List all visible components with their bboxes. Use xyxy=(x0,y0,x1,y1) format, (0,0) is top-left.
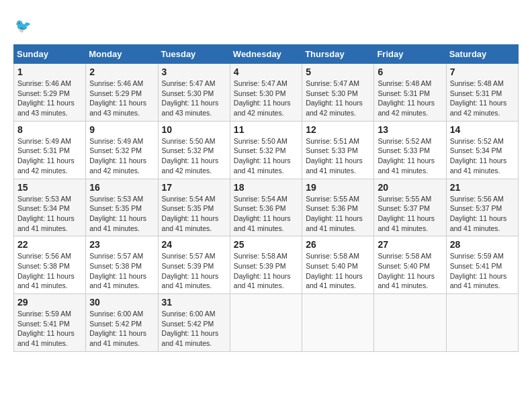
weekday-header-cell: Thursday xyxy=(302,45,374,64)
logo-icon: 🐦 xyxy=(13,13,38,38)
calendar-day-cell: 25 Sunrise: 5:58 AM Sunset: 5:39 PM Dayl… xyxy=(230,236,302,294)
calendar-table: SundayMondayTuesdayWednesdayThursdayFrid… xyxy=(13,44,519,352)
calendar-day-cell xyxy=(302,294,374,352)
day-info: Sunrise: 6:00 AM Sunset: 5:42 PM Dayligh… xyxy=(162,309,226,349)
day-info: Sunrise: 5:53 AM Sunset: 5:34 PM Dayligh… xyxy=(17,194,82,234)
day-number: 12 xyxy=(306,124,370,135)
page-header: 🐦 xyxy=(13,13,519,38)
weekday-header-cell: Tuesday xyxy=(158,45,230,64)
day-number: 3 xyxy=(162,66,226,77)
calendar-day-cell: 28 Sunrise: 5:59 AM Sunset: 5:41 PM Dayl… xyxy=(446,236,518,294)
day-number: 9 xyxy=(89,124,154,135)
calendar-week-row: 1 Sunrise: 5:46 AM Sunset: 5:29 PM Dayli… xyxy=(14,64,519,122)
weekday-header-cell: Monday xyxy=(86,45,158,64)
day-number: 27 xyxy=(378,239,442,250)
calendar-day-cell xyxy=(230,294,302,352)
day-info: Sunrise: 5:55 AM Sunset: 5:36 PM Dayligh… xyxy=(306,194,370,234)
calendar-day-cell: 1 Sunrise: 5:46 AM Sunset: 5:29 PM Dayli… xyxy=(14,64,86,122)
day-info: Sunrise: 5:46 AM Sunset: 5:29 PM Dayligh… xyxy=(89,79,154,118)
day-info: Sunrise: 5:52 AM Sunset: 5:34 PM Dayligh… xyxy=(450,136,515,176)
calendar-day-cell: 7 Sunrise: 5:48 AM Sunset: 5:31 PM Dayli… xyxy=(446,64,518,122)
weekday-header-row: SundayMondayTuesdayWednesdayThursdayFrid… xyxy=(14,45,519,64)
calendar-day-cell: 24 Sunrise: 5:57 AM Sunset: 5:39 PM Dayl… xyxy=(158,236,230,294)
calendar-day-cell: 11 Sunrise: 5:50 AM Sunset: 5:32 PM Dayl… xyxy=(230,121,302,179)
day-info: Sunrise: 5:56 AM Sunset: 5:38 PM Dayligh… xyxy=(17,251,82,291)
day-info: Sunrise: 5:56 AM Sunset: 5:37 PM Dayligh… xyxy=(450,194,515,234)
day-info: Sunrise: 5:54 AM Sunset: 5:35 PM Dayligh… xyxy=(162,194,226,234)
calendar-day-cell: 20 Sunrise: 5:55 AM Sunset: 5:37 PM Dayl… xyxy=(374,179,446,236)
day-number: 13 xyxy=(378,124,442,135)
day-number: 8 xyxy=(17,124,82,135)
day-info: Sunrise: 5:55 AM Sunset: 5:37 PM Dayligh… xyxy=(378,194,442,234)
day-info: Sunrise: 5:59 AM Sunset: 5:41 PM Dayligh… xyxy=(17,309,82,349)
weekday-header-cell: Saturday xyxy=(446,45,518,64)
calendar-day-cell: 26 Sunrise: 5:58 AM Sunset: 5:40 PM Dayl… xyxy=(302,236,374,294)
day-info: Sunrise: 5:58 AM Sunset: 5:40 PM Dayligh… xyxy=(378,251,442,291)
day-number: 20 xyxy=(378,182,442,193)
calendar-day-cell: 9 Sunrise: 5:49 AM Sunset: 5:32 PM Dayli… xyxy=(86,121,158,179)
day-info: Sunrise: 5:57 AM Sunset: 5:38 PM Dayligh… xyxy=(89,251,154,291)
calendar-day-cell: 30 Sunrise: 6:00 AM Sunset: 5:42 PM Dayl… xyxy=(86,294,158,352)
day-info: Sunrise: 5:51 AM Sunset: 5:33 PM Dayligh… xyxy=(306,136,370,176)
day-number: 28 xyxy=(450,239,515,250)
calendar-body: 1 Sunrise: 5:46 AM Sunset: 5:29 PM Dayli… xyxy=(14,64,519,352)
day-number: 5 xyxy=(306,66,370,77)
day-info: Sunrise: 5:52 AM Sunset: 5:33 PM Dayligh… xyxy=(378,136,442,176)
day-info: Sunrise: 5:46 AM Sunset: 5:29 PM Dayligh… xyxy=(17,79,82,118)
day-info: Sunrise: 5:48 AM Sunset: 5:31 PM Dayligh… xyxy=(378,79,442,118)
day-number: 22 xyxy=(17,239,82,250)
day-info: Sunrise: 5:57 AM Sunset: 5:39 PM Dayligh… xyxy=(162,251,226,291)
day-number: 25 xyxy=(234,239,298,250)
calendar-day-cell: 23 Sunrise: 5:57 AM Sunset: 5:38 PM Dayl… xyxy=(86,236,158,294)
calendar-day-cell: 4 Sunrise: 5:47 AM Sunset: 5:30 PM Dayli… xyxy=(230,64,302,122)
day-number: 11 xyxy=(234,124,298,135)
calendar-day-cell xyxy=(374,294,446,352)
day-number: 1 xyxy=(17,66,82,77)
day-number: 2 xyxy=(89,66,154,77)
day-info: Sunrise: 5:58 AM Sunset: 5:40 PM Dayligh… xyxy=(306,251,370,291)
calendar-day-cell: 13 Sunrise: 5:52 AM Sunset: 5:33 PM Dayl… xyxy=(374,121,446,179)
day-info: Sunrise: 5:47 AM Sunset: 5:30 PM Dayligh… xyxy=(234,79,298,118)
calendar-day-cell xyxy=(446,294,518,352)
calendar-day-cell: 29 Sunrise: 5:59 AM Sunset: 5:41 PM Dayl… xyxy=(14,294,86,352)
logo: 🐦 xyxy=(13,13,40,38)
day-number: 15 xyxy=(17,182,82,193)
day-number: 19 xyxy=(306,182,370,193)
calendar-day-cell: 10 Sunrise: 5:50 AM Sunset: 5:32 PM Dayl… xyxy=(158,121,230,179)
calendar-day-cell: 19 Sunrise: 5:55 AM Sunset: 5:36 PM Dayl… xyxy=(302,179,374,236)
calendar-day-cell: 15 Sunrise: 5:53 AM Sunset: 5:34 PM Dayl… xyxy=(14,179,86,236)
day-number: 30 xyxy=(89,297,154,308)
weekday-header-cell: Sunday xyxy=(14,45,86,64)
day-number: 4 xyxy=(234,66,298,77)
day-info: Sunrise: 5:47 AM Sunset: 5:30 PM Dayligh… xyxy=(306,79,370,118)
day-info: Sunrise: 5:50 AM Sunset: 5:32 PM Dayligh… xyxy=(234,136,298,176)
day-number: 21 xyxy=(450,182,515,193)
day-number: 14 xyxy=(450,124,515,135)
day-info: Sunrise: 5:48 AM Sunset: 5:31 PM Dayligh… xyxy=(450,79,515,118)
calendar-day-cell: 8 Sunrise: 5:49 AM Sunset: 5:31 PM Dayli… xyxy=(14,121,86,179)
calendar-day-cell: 14 Sunrise: 5:52 AM Sunset: 5:34 PM Dayl… xyxy=(446,121,518,179)
calendar-day-cell: 16 Sunrise: 5:53 AM Sunset: 5:35 PM Dayl… xyxy=(86,179,158,236)
calendar-day-cell: 21 Sunrise: 5:56 AM Sunset: 5:37 PM Dayl… xyxy=(446,179,518,236)
day-number: 24 xyxy=(162,239,226,250)
calendar-day-cell: 5 Sunrise: 5:47 AM Sunset: 5:30 PM Dayli… xyxy=(302,64,374,122)
day-number: 10 xyxy=(162,124,226,135)
day-info: Sunrise: 5:49 AM Sunset: 5:31 PM Dayligh… xyxy=(17,136,82,176)
day-number: 18 xyxy=(234,182,298,193)
calendar-day-cell: 22 Sunrise: 5:56 AM Sunset: 5:38 PM Dayl… xyxy=(14,236,86,294)
day-info: Sunrise: 5:58 AM Sunset: 5:39 PM Dayligh… xyxy=(234,251,298,291)
day-number: 7 xyxy=(450,66,515,77)
day-number: 26 xyxy=(306,239,370,250)
calendar-day-cell: 2 Sunrise: 5:46 AM Sunset: 5:29 PM Dayli… xyxy=(86,64,158,122)
day-number: 17 xyxy=(162,182,226,193)
calendar-day-cell: 17 Sunrise: 5:54 AM Sunset: 5:35 PM Dayl… xyxy=(158,179,230,236)
calendar-day-cell: 6 Sunrise: 5:48 AM Sunset: 5:31 PM Dayli… xyxy=(374,64,446,122)
day-number: 6 xyxy=(378,66,442,77)
svg-text:🐦: 🐦 xyxy=(15,17,32,34)
day-info: Sunrise: 5:59 AM Sunset: 5:41 PM Dayligh… xyxy=(450,251,515,291)
day-number: 23 xyxy=(89,239,154,250)
calendar-day-cell: 27 Sunrise: 5:58 AM Sunset: 5:40 PM Dayl… xyxy=(374,236,446,294)
calendar-week-row: 15 Sunrise: 5:53 AM Sunset: 5:34 PM Dayl… xyxy=(14,179,519,236)
day-info: Sunrise: 5:49 AM Sunset: 5:32 PM Dayligh… xyxy=(89,136,154,176)
day-number: 31 xyxy=(162,297,226,308)
